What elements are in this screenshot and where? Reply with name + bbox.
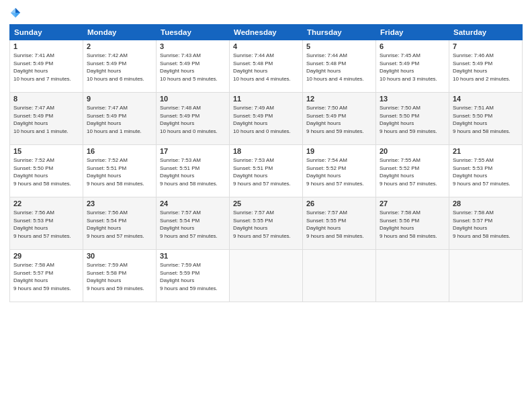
day-info: Sunrise: 7:45 AM Sunset: 5:49 PM Dayligh… (380, 52, 445, 83)
day-info: Sunrise: 7:58 AM Sunset: 5:57 PM Dayligh… (13, 261, 79, 292)
svg-marker-0 (15, 8, 20, 13)
calendar-week-row: 8 Sunrise: 7:47 AM Sunset: 5:49 PM Dayli… (10, 93, 523, 145)
day-number: 23 (87, 199, 152, 208)
logo (9, 7, 23, 19)
day-info: Sunrise: 7:41 AM Sunset: 5:49 PM Dayligh… (13, 52, 79, 83)
day-number: 8 (13, 95, 79, 103)
day-number: 11 (233, 95, 299, 103)
calendar-week-row: 15 Sunrise: 7:52 AM Sunset: 5:50 PM Dayl… (10, 145, 523, 197)
weekday-header: Tuesday (157, 25, 230, 40)
day-info: Sunrise: 7:52 AM Sunset: 5:51 PM Dayligh… (87, 156, 152, 187)
calendar-cell: 18 Sunrise: 7:53 AM Sunset: 5:51 PM Dayl… (230, 145, 303, 197)
day-number: 27 (380, 199, 445, 208)
day-info: Sunrise: 7:58 AM Sunset: 5:56 PM Dayligh… (380, 209, 445, 240)
day-number: 10 (160, 95, 226, 103)
day-info: Sunrise: 7:55 AM Sunset: 5:52 PM Dayligh… (380, 156, 445, 187)
calendar-cell: 26 Sunrise: 7:57 AM Sunset: 5:55 PM Dayl… (303, 197, 376, 250)
day-info: Sunrise: 7:56 AM Sunset: 5:53 PM Dayligh… (13, 209, 79, 240)
page-header (9, 7, 523, 19)
calendar-cell: 25 Sunrise: 7:57 AM Sunset: 5:55 PM Dayl… (230, 197, 303, 250)
svg-marker-2 (11, 8, 15, 13)
calendar-cell: 20 Sunrise: 7:55 AM Sunset: 5:52 PM Dayl… (376, 145, 449, 197)
calendar-cell: 8 Sunrise: 7:47 AM Sunset: 5:49 PM Dayli… (10, 93, 83, 145)
day-info: Sunrise: 7:55 AM Sunset: 5:53 PM Dayligh… (453, 156, 519, 187)
day-number: 25 (233, 199, 299, 208)
day-number: 6 (380, 42, 445, 50)
calendar-body: 1 Sunrise: 7:41 AM Sunset: 5:49 PM Dayli… (10, 40, 523, 302)
day-info: Sunrise: 7:44 AM Sunset: 5:48 PM Dayligh… (306, 52, 372, 83)
calendar-cell: 17 Sunrise: 7:53 AM Sunset: 5:51 PM Dayl… (157, 145, 230, 197)
calendar-header-row: SundayMondayTuesdayWednesdayThursdayFrid… (10, 25, 523, 40)
weekday-header: Friday (376, 25, 449, 40)
day-info: Sunrise: 7:46 AM Sunset: 5:49 PM Dayligh… (453, 52, 519, 83)
day-number: 3 (160, 42, 226, 50)
calendar-cell: 23 Sunrise: 7:56 AM Sunset: 5:54 PM Dayl… (83, 197, 157, 250)
weekday-header: Saturday (449, 25, 523, 40)
day-info: Sunrise: 7:52 AM Sunset: 5:50 PM Dayligh… (13, 156, 79, 187)
day-info: Sunrise: 7:48 AM Sunset: 5:49 PM Dayligh… (160, 104, 226, 135)
day-number: 29 (13, 252, 79, 260)
svg-marker-1 (15, 13, 20, 17)
calendar-cell: 29 Sunrise: 7:58 AM Sunset: 5:57 PM Dayl… (10, 250, 83, 302)
day-number: 24 (160, 199, 226, 208)
day-info: Sunrise: 7:57 AM Sunset: 5:55 PM Dayligh… (306, 209, 372, 240)
day-number: 2 (87, 42, 152, 50)
day-number: 15 (13, 147, 79, 155)
logo-icon (9, 7, 21, 19)
calendar-cell: 3 Sunrise: 7:43 AM Sunset: 5:49 PM Dayli… (157, 40, 230, 93)
day-info: Sunrise: 7:47 AM Sunset: 5:49 PM Dayligh… (13, 104, 79, 135)
day-number: 9 (87, 95, 152, 103)
weekday-header: Thursday (303, 25, 376, 40)
calendar-cell: 2 Sunrise: 7:42 AM Sunset: 5:49 PM Dayli… (83, 40, 157, 93)
day-info: Sunrise: 7:43 AM Sunset: 5:49 PM Dayligh… (160, 52, 226, 83)
day-number: 14 (453, 95, 519, 103)
calendar-table: SundayMondayTuesdayWednesdayThursdayFrid… (9, 24, 523, 302)
calendar-cell: 9 Sunrise: 7:47 AM Sunset: 5:49 PM Dayli… (83, 93, 157, 145)
calendar-cell: 30 Sunrise: 7:59 AM Sunset: 5:58 PM Dayl… (83, 250, 157, 302)
day-info: Sunrise: 7:51 AM Sunset: 5:50 PM Dayligh… (453, 104, 519, 135)
day-info: Sunrise: 7:47 AM Sunset: 5:49 PM Dayligh… (87, 104, 152, 135)
calendar-cell: 31 Sunrise: 7:59 AM Sunset: 5:59 PM Dayl… (157, 250, 230, 302)
calendar-week-row: 1 Sunrise: 7:41 AM Sunset: 5:49 PM Dayli… (10, 40, 523, 93)
day-number: 19 (306, 147, 372, 155)
svg-marker-3 (11, 13, 15, 17)
calendar-cell: 14 Sunrise: 7:51 AM Sunset: 5:50 PM Dayl… (449, 93, 523, 145)
day-number: 16 (87, 147, 152, 155)
calendar-cell: 6 Sunrise: 7:45 AM Sunset: 5:49 PM Dayli… (376, 40, 449, 93)
calendar-week-row: 22 Sunrise: 7:56 AM Sunset: 5:53 PM Dayl… (10, 197, 523, 250)
day-number: 13 (380, 95, 445, 103)
calendar-cell: 24 Sunrise: 7:57 AM Sunset: 5:54 PM Dayl… (157, 197, 230, 250)
day-number: 20 (380, 147, 445, 155)
day-number: 7 (453, 42, 519, 50)
day-info: Sunrise: 7:49 AM Sunset: 5:49 PM Dayligh… (233, 104, 299, 135)
calendar-cell: 1 Sunrise: 7:41 AM Sunset: 5:49 PM Dayli… (10, 40, 83, 93)
calendar-cell: 22 Sunrise: 7:56 AM Sunset: 5:53 PM Dayl… (10, 197, 83, 250)
day-number: 18 (233, 147, 299, 155)
day-info: Sunrise: 7:53 AM Sunset: 5:51 PM Dayligh… (233, 156, 299, 187)
calendar-cell: 27 Sunrise: 7:58 AM Sunset: 5:56 PM Dayl… (376, 197, 449, 250)
weekday-header: Monday (83, 25, 157, 40)
calendar-cell: 19 Sunrise: 7:54 AM Sunset: 5:52 PM Dayl… (303, 145, 376, 197)
calendar-cell: 13 Sunrise: 7:50 AM Sunset: 5:50 PM Dayl… (376, 93, 449, 145)
calendar-cell: 4 Sunrise: 7:44 AM Sunset: 5:48 PM Dayli… (230, 40, 303, 93)
day-info: Sunrise: 7:42 AM Sunset: 5:49 PM Dayligh… (87, 52, 152, 83)
calendar-cell (376, 250, 449, 302)
day-number: 30 (87, 252, 152, 260)
day-info: Sunrise: 7:59 AM Sunset: 5:58 PM Dayligh… (87, 261, 152, 292)
day-info: Sunrise: 7:44 AM Sunset: 5:48 PM Dayligh… (233, 52, 299, 83)
calendar-cell: 21 Sunrise: 7:55 AM Sunset: 5:53 PM Dayl… (449, 145, 523, 197)
day-number: 21 (453, 147, 519, 155)
calendar-cell: 5 Sunrise: 7:44 AM Sunset: 5:48 PM Dayli… (303, 40, 376, 93)
calendar-cell: 10 Sunrise: 7:48 AM Sunset: 5:49 PM Dayl… (157, 93, 230, 145)
day-info: Sunrise: 7:53 AM Sunset: 5:51 PM Dayligh… (160, 156, 226, 187)
calendar-cell: 11 Sunrise: 7:49 AM Sunset: 5:49 PM Dayl… (230, 93, 303, 145)
day-number: 5 (306, 42, 372, 50)
calendar-cell: 12 Sunrise: 7:50 AM Sunset: 5:49 PM Dayl… (303, 93, 376, 145)
calendar-week-row: 29 Sunrise: 7:58 AM Sunset: 5:57 PM Dayl… (10, 250, 523, 302)
day-info: Sunrise: 7:57 AM Sunset: 5:55 PM Dayligh… (233, 209, 299, 240)
day-info: Sunrise: 7:57 AM Sunset: 5:54 PM Dayligh… (160, 209, 226, 240)
calendar-cell: 16 Sunrise: 7:52 AM Sunset: 5:51 PM Dayl… (83, 145, 157, 197)
day-number: 22 (13, 199, 79, 208)
day-number: 31 (160, 252, 226, 260)
day-info: Sunrise: 7:50 AM Sunset: 5:49 PM Dayligh… (306, 104, 372, 135)
